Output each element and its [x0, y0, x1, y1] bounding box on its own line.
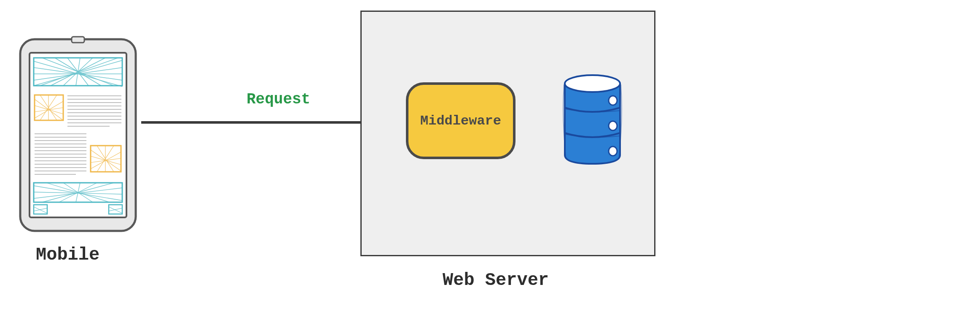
middleware-box: Middleware	[406, 82, 516, 159]
request-arrow-label: Request	[247, 91, 310, 108]
middleware-label: Middleware	[420, 113, 501, 129]
architecture-diagram: Mobile Request Middleware	[0, 0, 980, 309]
svg-point-73	[609, 96, 617, 105]
mobile-device-icon	[17, 36, 139, 234]
svg-rect-1	[72, 37, 84, 43]
database-icon	[560, 72, 625, 167]
web-server-label: Web Server	[443, 270, 549, 290]
web-server-container: Middleware	[360, 11, 655, 256]
mobile-label: Mobile	[36, 245, 99, 265]
svg-point-75	[609, 146, 617, 156]
svg-point-72	[565, 75, 620, 92]
svg-point-74	[609, 121, 617, 130]
